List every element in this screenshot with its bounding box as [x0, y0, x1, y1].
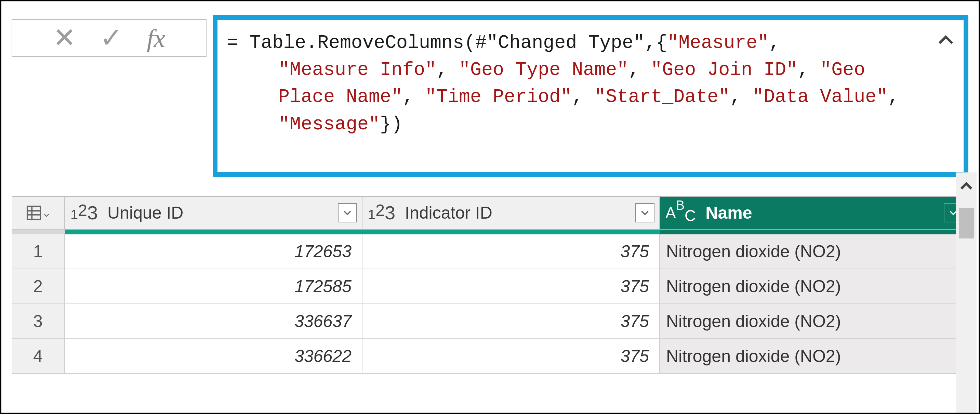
column-header-indicator-id[interactable]: 123 Indicator ID: [363, 197, 660, 229]
formula-input-highlight: = Table.RemoveColumns(#"Changed Type",{"…: [213, 15, 968, 177]
cancel-icon[interactable]: ✕: [53, 20, 76, 56]
formula-token: ,: [769, 32, 780, 54]
formula-token: "Geo Type Name": [459, 59, 628, 81]
formula-token: "Time Period": [425, 86, 572, 108]
formula-token: "Measure Info": [278, 59, 436, 81]
cell-name[interactable]: Nitrogen dioxide (NO2): [660, 269, 968, 304]
table-header-row: 123 Unique ID 123 Indicator ID ABC: [12, 197, 968, 229]
column-quality-bar: [12, 229, 968, 234]
formula-token: "Measure": [667, 32, 769, 54]
formula-token: ,{: [644, 32, 667, 54]
cell-indicator-id[interactable]: 375: [363, 234, 660, 269]
formula-token: ,: [730, 86, 752, 108]
number-type-icon: 123: [368, 202, 395, 224]
cell-unique-id[interactable]: 172653: [65, 234, 363, 269]
cell-name[interactable]: Nitrogen dioxide (NO2): [660, 304, 968, 339]
column-header-name[interactable]: ABC Name: [660, 197, 968, 229]
fx-icon[interactable]: fx: [147, 20, 165, 56]
data-table: 123 Unique ID 123 Indicator ID ABC: [12, 196, 968, 374]
column-header-unique-id[interactable]: 123 Unique ID: [65, 197, 363, 229]
filter-dropdown-icon[interactable]: [338, 203, 357, 222]
formula-token: (: [464, 32, 475, 54]
formula-token: Table.RemoveColumns: [250, 32, 464, 54]
formula-token: ,: [628, 59, 651, 81]
formula-token: Changed Type: [498, 32, 633, 54]
table-row[interactable]: 3 336637 375 Nitrogen dioxide (NO2): [12, 304, 968, 339]
formula-token: ": [633, 32, 644, 54]
cell-name[interactable]: Nitrogen dioxide (NO2): [660, 339, 968, 374]
filter-dropdown-icon[interactable]: [635, 203, 654, 222]
svg-rect-0: [27, 206, 40, 219]
formula-token: #: [475, 32, 487, 54]
row-number[interactable]: 3: [12, 304, 65, 339]
table-body: 1 172653 375 Nitrogen dioxide (NO2) 2 17…: [12, 234, 968, 374]
cell-unique-id[interactable]: 336622: [65, 339, 363, 374]
cell-unique-id[interactable]: 172585: [65, 269, 363, 304]
cell-indicator-id[interactable]: 375: [363, 304, 660, 339]
formula-token: "Message": [278, 114, 380, 135]
formula-token: ,: [797, 59, 820, 81]
formula-token: "Start_Date": [594, 86, 730, 108]
formula-input[interactable]: = Table.RemoveColumns(#"Changed Type",{"…: [218, 20, 923, 172]
collapse-formula-icon[interactable]: [936, 29, 955, 55]
column-label: Unique ID: [107, 203, 183, 223]
formula-token: ": [487, 32, 498, 54]
formula-token: ,: [436, 59, 459, 81]
table-corner-button[interactable]: [12, 197, 65, 229]
scroll-up-icon[interactable]: [959, 172, 974, 198]
row-number[interactable]: 4: [12, 339, 65, 374]
table-row[interactable]: 4 336622 375 Nitrogen dioxide (NO2): [12, 339, 968, 374]
formula-controls: ✕ ✓ fx: [12, 19, 207, 57]
formula-token: ,: [572, 86, 594, 108]
formula-token: "Geo Join ID": [651, 59, 797, 81]
formula-bar: ✕ ✓ fx = Table.RemoveColumns(#"Changed T…: [12, 15, 968, 177]
text-type-icon: ABC: [665, 204, 696, 222]
row-number[interactable]: 2: [12, 269, 65, 304]
vertical-scrollbar[interactable]: [956, 172, 977, 412]
formula-token: ,: [888, 86, 899, 108]
scrollbar-thumb[interactable]: [959, 208, 974, 239]
column-label: Name: [705, 203, 752, 223]
cell-name[interactable]: Nitrogen dioxide (NO2): [660, 234, 968, 269]
cell-unique-id[interactable]: 336637: [65, 304, 363, 339]
cell-indicator-id[interactable]: 375: [363, 269, 660, 304]
table-row[interactable]: 2 172585 375 Nitrogen dioxide (NO2): [12, 269, 968, 304]
cell-indicator-id[interactable]: 375: [363, 339, 660, 374]
number-type-icon: 123: [70, 202, 98, 224]
confirm-icon[interactable]: ✓: [100, 20, 123, 56]
formula-token: =: [227, 32, 250, 54]
table-row[interactable]: 1 172653 375 Nitrogen dioxide (NO2): [12, 234, 968, 269]
formula-token: }): [380, 114, 402, 135]
row-number[interactable]: 1: [12, 234, 65, 269]
formula-token: ,: [402, 86, 425, 108]
formula-token: "Data Value": [752, 86, 888, 108]
column-label: Indicator ID: [405, 203, 492, 223]
